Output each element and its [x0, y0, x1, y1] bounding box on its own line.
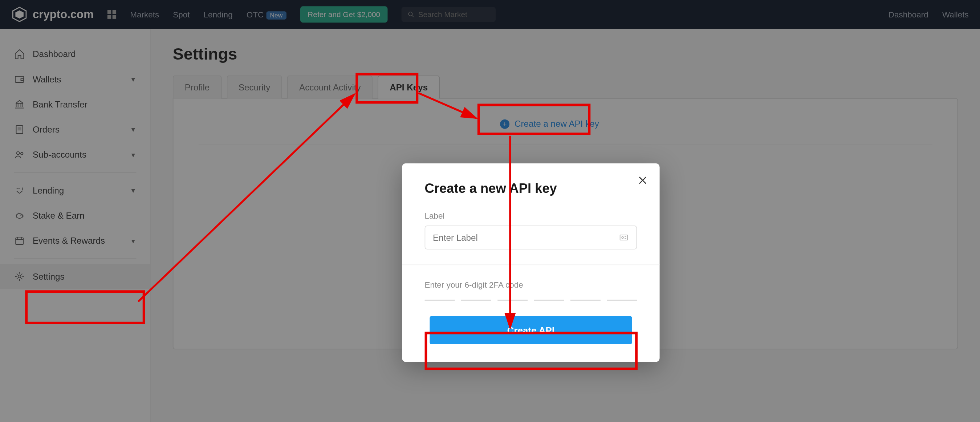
otp-cell[interactable]	[534, 299, 564, 301]
otp-cell[interactable]	[570, 299, 601, 301]
svg-rect-20	[620, 235, 628, 240]
label-input-wrapper[interactable]	[425, 226, 637, 250]
svg-point-21	[622, 237, 624, 239]
label-field-label: Label	[425, 211, 637, 220]
label-input[interactable]	[433, 232, 619, 243]
modal-title: Create a new API key	[425, 181, 637, 196]
otp-cell[interactable]	[425, 299, 455, 301]
otp-cell[interactable]	[607, 299, 637, 301]
otp-cell[interactable]	[461, 299, 491, 301]
close-button[interactable]	[637, 174, 648, 190]
divider	[402, 264, 659, 265]
twofa-label: Enter your 6-digit 2FA code	[425, 280, 637, 290]
id-card-icon	[619, 232, 629, 243]
otp-inputs[interactable]	[425, 299, 637, 301]
otp-cell[interactable]	[498, 299, 528, 301]
create-api-modal: Create a new API key Label Enter your 6-…	[402, 163, 659, 362]
close-icon	[637, 175, 648, 186]
create-api-button[interactable]: Create API	[430, 316, 632, 344]
